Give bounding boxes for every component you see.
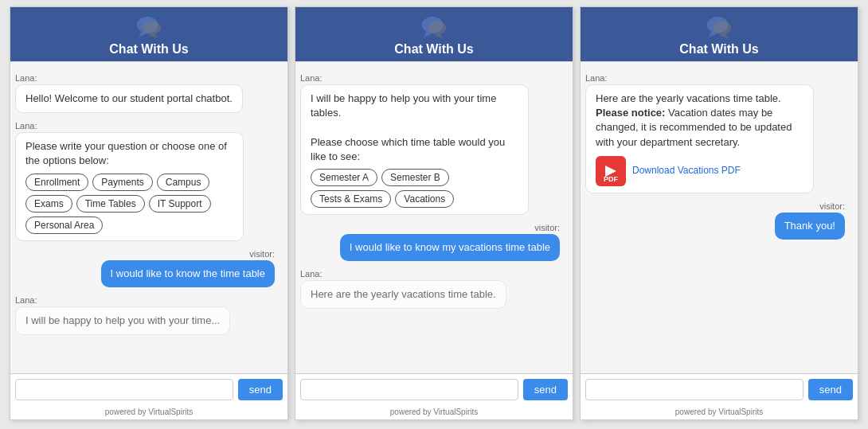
option-tests-exams[interactable]: Tests & Exams <box>311 190 391 208</box>
chat-icon-1 <box>134 15 164 41</box>
pdf-download-link[interactable]: Download Vacations PDF <box>596 156 803 186</box>
option-exams[interactable]: Exams <box>25 195 72 213</box>
lana-label-p3: Lana: <box>585 73 845 83</box>
svg-point-10 <box>713 21 731 35</box>
bubble-lana-1: Hello! Welcome to our student portal cha… <box>15 84 243 113</box>
chat-title-3: Chat With Us <box>679 42 758 56</box>
option-enrollment[interactable]: Enrollment <box>25 174 88 191</box>
lana-label-3: Lana: <box>15 295 275 305</box>
chat-input-area-1: send <box>10 373 287 405</box>
option-semester-a[interactable]: Semester A <box>311 169 377 186</box>
bubble-lana-partial: I will be happy to help you with your ti… <box>15 306 230 335</box>
visitor-label-3: visitor: <box>585 201 845 211</box>
lana-label-p2: Lana: <box>300 73 560 83</box>
visitor-label-1: visitor: <box>15 249 275 259</box>
chat-icon-3 <box>704 15 734 41</box>
send-button-2[interactable]: send <box>523 379 568 400</box>
svg-marker-3 <box>149 34 158 39</box>
bubble-lana-2: Please write your question or choose one… <box>15 132 244 240</box>
lana-label-2: Lana: <box>15 121 275 131</box>
send-button-3[interactable]: send <box>808 379 853 400</box>
bubble-visitor-3: Thank you! <box>775 213 845 240</box>
chat-messages-1[interactable]: Lana: Hello! Welcome to our student port… <box>10 61 287 373</box>
lana-label: Lana: <box>15 73 275 83</box>
chat-icon-2 <box>419 15 449 41</box>
chat-input-3[interactable] <box>585 379 803 400</box>
chat-input-area-3: send <box>581 373 858 405</box>
chat-messages-2[interactable]: Lana: I will be happy to help you with y… <box>295 61 573 373</box>
chat-header-3: Chat With Us <box>581 7 858 61</box>
option-payments[interactable]: Payments <box>92 174 152 191</box>
svg-marker-12 <box>605 166 616 177</box>
bubble-lana-p3-1: Here are the yearly vacations time table… <box>585 84 814 193</box>
svg-point-2 <box>143 21 161 35</box>
chat-input-area-2: send <box>295 373 573 405</box>
pdf-link-text: Download Vacations PDF <box>632 164 741 177</box>
chat-header-1: Chat With Us <box>10 7 287 61</box>
chat-widget-1: Chat With Us Lana: Hello! Welcome to our… <box>10 6 288 420</box>
chat-title-2: Chat With Us <box>394 42 473 56</box>
option-personalarea[interactable]: Personal Area <box>25 216 103 234</box>
bubble-lana-p2-1: I will be happy to help you with your ti… <box>300 84 529 215</box>
chat-widget-3: Chat With Us Lana: Here are the yearly v… <box>580 6 858 420</box>
option-buttons-2: Semester A Semester B Tests & Exams Vaca… <box>311 169 518 208</box>
visitor-label-2: visitor: <box>300 223 560 232</box>
chat-header-2: Chat With Us <box>295 7 573 61</box>
option-itsupport[interactable]: IT Support <box>149 195 211 213</box>
option-vacations[interactable]: Vacations <box>395 190 454 208</box>
chat-widget-2: Chat With Us Lana: I will be happy to he… <box>295 6 573 420</box>
powered-by-1: powered by VirtualSpirits <box>10 405 287 419</box>
svg-marker-11 <box>719 34 728 39</box>
lana-label-p2-2: Lana: <box>300 269 560 279</box>
option-buttons-1: Enrollment Payments Campus Exams Time Ta… <box>25 174 233 234</box>
bubble-visitor-1: I would like to know the time table <box>101 260 275 287</box>
chat-title-1: Chat With Us <box>109 42 188 56</box>
powered-by-3: powered by VirtualSpirits <box>581 405 858 419</box>
pdf-icon <box>596 156 626 186</box>
svg-marker-7 <box>434 34 443 39</box>
send-button-1[interactable]: send <box>238 379 283 400</box>
svg-point-6 <box>428 21 446 35</box>
chat-input-1[interactable] <box>15 379 233 400</box>
chat-input-2[interactable] <box>300 379 518 400</box>
option-timetables[interactable]: Time Tables <box>76 195 145 213</box>
bubble-visitor-2: I would like to know my vacations time t… <box>340 234 560 261</box>
chat-messages-3[interactable]: Lana: Here are the yearly vacations time… <box>581 61 858 373</box>
option-campus[interactable]: Campus <box>157 174 210 191</box>
bubble-lana-p2-partial: Here are the yearly vacations time table… <box>300 280 506 309</box>
powered-by-2: powered by VirtualSpirits <box>295 405 573 419</box>
option-semester-b[interactable]: Semester B <box>381 169 449 186</box>
